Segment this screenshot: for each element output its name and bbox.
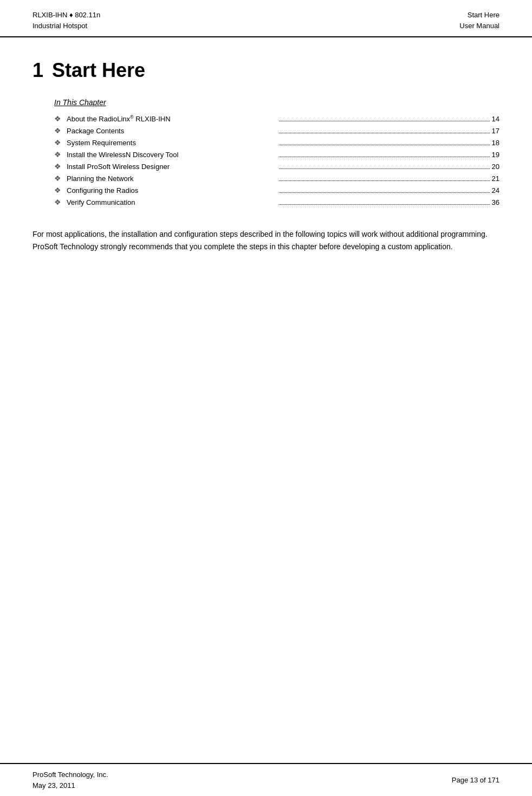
- chapter-number: 1: [33, 59, 43, 82]
- page-header: RLXIB-IHN ♦ 802.11n Industrial Hotspot S…: [0, 0, 532, 37]
- page-container: RLXIB-IHN ♦ 802.11n Industrial Hotspot S…: [0, 0, 532, 796]
- toc-dots: [279, 145, 489, 145]
- list-item: ❖ Install the WirelessN Discovery Tool 1…: [54, 150, 499, 159]
- bullet-icon: ❖: [54, 114, 61, 123]
- toc-page-number: 19: [492, 151, 499, 159]
- bullet-icon: ❖: [54, 126, 61, 135]
- toc-page-number: 21: [492, 174, 499, 183]
- chapter-title: Start Here: [52, 59, 145, 82]
- header-product-type: Industrial Hotspot: [33, 21, 100, 31]
- in-this-chapter-section: In This Chapter ❖ About the RadioLinx® R…: [54, 98, 499, 206]
- bullet-icon: ❖: [54, 198, 61, 206]
- header-chapter-name: Start Here: [459, 10, 499, 21]
- in-this-chapter-label: In This Chapter: [54, 98, 499, 107]
- list-item: ❖ Configuring the Radios 24: [54, 186, 499, 195]
- toc-dots: [279, 121, 489, 121]
- footer-date: May 23, 2011: [33, 780, 108, 791]
- footer-left: ProSoft Technology, Inc. May 23, 2011: [33, 769, 108, 791]
- toc-dots: [279, 204, 489, 205]
- bullet-icon: ❖: [54, 150, 61, 159]
- toc-dots: [279, 157, 489, 157]
- toc-page-number: 36: [492, 198, 499, 206]
- bullet-icon: ❖: [54, 174, 61, 183]
- list-item: ❖ Planning the Network 21: [54, 174, 499, 183]
- header-product: RLXIB-IHN ♦ 802.11n: [33, 10, 100, 21]
- list-item: ❖ About the RadioLinx® RLXIB-IHN 14: [54, 114, 499, 123]
- header-left: RLXIB-IHN ♦ 802.11n Industrial Hotspot: [33, 10, 100, 31]
- toc-item-text: Configuring the Radios: [67, 186, 277, 195]
- bullet-icon: ❖: [54, 186, 61, 195]
- toc-page-number: 24: [492, 186, 499, 195]
- header-right: Start Here User Manual: [459, 10, 499, 31]
- toc-item-text: Package Contents: [67, 127, 277, 135]
- list-item: ❖ Verify Communication 36: [54, 198, 499, 206]
- toc-page-number: 17: [492, 127, 499, 135]
- bullet-icon: ❖: [54, 162, 61, 171]
- toc-dots: [279, 180, 489, 181]
- toc-item-text: Planning the Network: [67, 174, 277, 183]
- page-footer: ProSoft Technology, Inc. May 23, 2011 Pa…: [0, 763, 532, 796]
- toc-dots: [279, 133, 489, 133]
- body-paragraph: For most applications, the installation …: [33, 228, 499, 253]
- toc-page-number: 18: [492, 139, 499, 147]
- toc-item-text: Install the WirelessN Discovery Tool: [67, 151, 277, 159]
- toc-page-number: 20: [492, 163, 499, 171]
- header-doc-type: User Manual: [459, 21, 499, 31]
- list-item: ❖ Install ProSoft Wireless Designer 20: [54, 162, 499, 171]
- toc-item-text: Verify Communication: [67, 198, 277, 206]
- chapter-heading: 1 Start Here: [33, 59, 499, 82]
- main-content: 1 Start Here In This Chapter ❖ About the…: [0, 37, 532, 285]
- toc-dots: [279, 169, 489, 169]
- footer-company: ProSoft Technology, Inc.: [33, 769, 108, 780]
- toc-dots: [279, 192, 489, 193]
- list-item: ❖ System Requirements 18: [54, 138, 499, 147]
- toc-item-text: Install ProSoft Wireless Designer: [67, 163, 277, 171]
- bullet-icon: ❖: [54, 138, 61, 147]
- toc-list: ❖ About the RadioLinx® RLXIB-IHN 14 ❖ Pa…: [54, 114, 499, 206]
- list-item: ❖ Package Contents 17: [54, 126, 499, 135]
- toc-item-text: About the RadioLinx® RLXIB-IHN: [67, 114, 277, 123]
- footer-page-number: Page 13 of 171: [452, 776, 499, 784]
- toc-item-text: System Requirements: [67, 139, 277, 147]
- toc-page-number: 14: [492, 115, 499, 123]
